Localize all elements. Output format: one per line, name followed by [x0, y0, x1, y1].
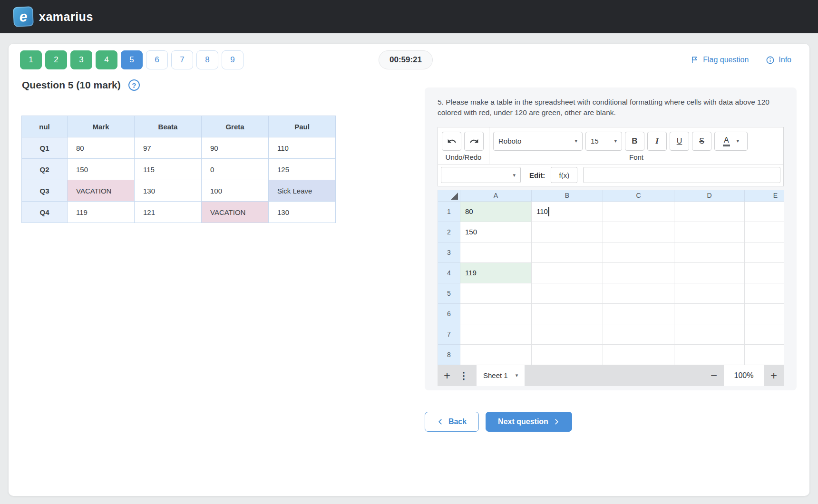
- cell-C5[interactable]: [603, 283, 674, 304]
- font-size-select[interactable]: 15 ▾: [585, 132, 622, 151]
- font-group: Roboto ▾ 15 ▾ B I U S A ▾: [489, 127, 783, 164]
- cell-C2[interactable]: [603, 222, 674, 242]
- flag-question-button[interactable]: Flag question: [691, 56, 749, 64]
- formula-fx-button[interactable]: f(x): [551, 167, 577, 183]
- cell-D6[interactable]: [674, 304, 745, 324]
- back-button[interactable]: Back: [425, 412, 479, 432]
- info-button[interactable]: Info: [766, 56, 791, 65]
- text-color-button[interactable]: A ▾: [714, 132, 748, 151]
- spreadsheet-task-panel: 5. Please make a table in the spreadshee…: [425, 87, 797, 390]
- table-cell: 150: [68, 159, 135, 180]
- table-cell: 125: [269, 159, 336, 180]
- grid-row-3: 3: [438, 242, 784, 263]
- bold-button[interactable]: B: [625, 132, 644, 151]
- cell-B5[interactable]: [532, 283, 603, 304]
- column-header-nul: nul: [22, 116, 68, 137]
- cell-C4[interactable]: [603, 263, 674, 283]
- cell-E5[interactable]: [745, 283, 784, 304]
- cell-name-box[interactable]: ▾: [441, 167, 521, 183]
- grid-row-2: 2 150: [438, 222, 784, 242]
- cell-D4[interactable]: [674, 263, 745, 283]
- row-header-7[interactable]: 7: [438, 324, 460, 345]
- cell-B3[interactable]: [532, 242, 603, 263]
- row-header-2[interactable]: 2: [438, 222, 460, 242]
- question-nav-button-1[interactable]: 1: [20, 50, 42, 69]
- cell-E1[interactable]: [745, 202, 784, 222]
- row-header-5[interactable]: 5: [438, 283, 460, 304]
- cell-A3[interactable]: [460, 242, 532, 263]
- row-header-3[interactable]: 3: [438, 242, 460, 263]
- column-header-D[interactable]: D: [674, 190, 745, 202]
- help-icon[interactable]: ?: [128, 79, 140, 91]
- cell-E7[interactable]: [745, 324, 784, 345]
- row-header-6[interactable]: 6: [438, 304, 460, 324]
- add-sheet-button[interactable]: +: [438, 369, 457, 382]
- question-nav-button-6[interactable]: 6: [146, 50, 168, 69]
- row-header-4[interactable]: 4: [438, 263, 460, 283]
- chevron-left-icon: [437, 418, 444, 425]
- cell-A6[interactable]: [460, 304, 532, 324]
- cell-D7[interactable]: [674, 324, 745, 345]
- formula-input[interactable]: [583, 167, 780, 183]
- column-header-E[interactable]: E: [745, 190, 784, 202]
- question-nav-button-4[interactable]: 4: [96, 50, 117, 69]
- italic-button[interactable]: I: [647, 132, 667, 151]
- cell-C3[interactable]: [603, 242, 674, 263]
- cell-B4[interactable]: [532, 263, 603, 283]
- cell-C7[interactable]: [603, 324, 674, 345]
- row-header-1[interactable]: 1: [438, 202, 460, 222]
- cell-A1[interactable]: 80: [460, 202, 532, 222]
- cell-D8[interactable]: [674, 345, 745, 365]
- select-all-corner[interactable]: [438, 190, 460, 202]
- cell-D3[interactable]: [674, 242, 745, 263]
- column-header-C[interactable]: C: [603, 190, 674, 202]
- cell-B8[interactable]: [532, 345, 603, 365]
- font-family-select[interactable]: Roboto ▾: [493, 132, 583, 151]
- cell-D1[interactable]: [674, 202, 745, 222]
- question-nav-button-3[interactable]: 3: [70, 50, 92, 69]
- cell-D2[interactable]: [674, 222, 745, 242]
- zoom-in-button[interactable]: +: [764, 369, 784, 382]
- zoom-out-button[interactable]: −: [704, 369, 724, 382]
- cell-A7[interactable]: [460, 324, 532, 345]
- question-nav-button-7[interactable]: 7: [171, 50, 193, 69]
- sheet-menu-kebab-icon[interactable]: ⋮: [457, 370, 471, 381]
- cell-D5[interactable]: [674, 283, 745, 304]
- question-nav-button-8[interactable]: 8: [196, 50, 218, 69]
- cell-E2[interactable]: [745, 222, 784, 242]
- question-nav-button-5[interactable]: 5: [121, 50, 143, 69]
- cell-A8[interactable]: [460, 345, 532, 365]
- cell-B1[interactable]: 110: [532, 202, 603, 222]
- question-nav-button-2[interactable]: 2: [45, 50, 67, 69]
- column-header-mark: Mark: [68, 116, 135, 137]
- cell-C1[interactable]: [603, 202, 674, 222]
- cell-A4[interactable]: 119: [460, 263, 532, 283]
- cell-A2[interactable]: 150: [460, 222, 532, 242]
- underline-button[interactable]: U: [670, 132, 689, 151]
- column-header-B[interactable]: B: [532, 190, 603, 202]
- cell-E8[interactable]: [745, 345, 784, 365]
- cell-C6[interactable]: [603, 304, 674, 324]
- spreadsheet-toolbar: Undo/Redo Roboto ▾ 15 ▾ B I: [438, 127, 784, 186]
- cell-A5[interactable]: [460, 283, 532, 304]
- table-cell: 130: [135, 180, 202, 202]
- cell-C8[interactable]: [603, 345, 674, 365]
- sheet-tab[interactable]: Sheet 1 ▾: [477, 365, 525, 386]
- timer-badge: 00:59:21: [379, 50, 433, 69]
- cell-B2[interactable]: [532, 222, 603, 242]
- cell-B6[interactable]: [532, 304, 603, 324]
- cell-E4[interactable]: [745, 263, 784, 283]
- cell-E3[interactable]: [745, 242, 784, 263]
- chevron-down-icon: ▾: [513, 172, 516, 178]
- redo-button[interactable]: [464, 132, 484, 151]
- undo-button[interactable]: [442, 132, 461, 151]
- cell-E6[interactable]: [745, 304, 784, 324]
- column-header-paul: Paul: [269, 116, 336, 137]
- question-nav-button-9[interactable]: 9: [222, 50, 243, 69]
- row-header-8[interactable]: 8: [438, 345, 460, 365]
- cell-B7[interactable]: [532, 324, 603, 345]
- column-header-A[interactable]: A: [460, 190, 532, 202]
- next-question-button[interactable]: Next question: [486, 412, 572, 432]
- grid-row-6: 6: [438, 304, 784, 324]
- strikethrough-button[interactable]: S: [692, 132, 711, 151]
